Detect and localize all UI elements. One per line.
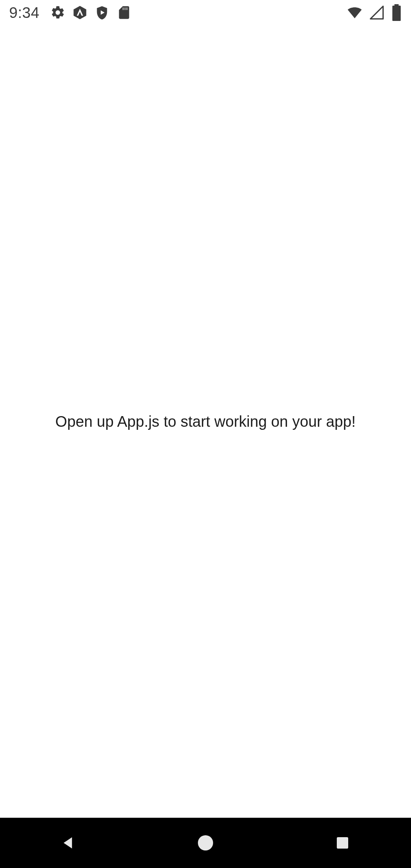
svg-marker-1 — [64, 837, 72, 848]
expo-icon — [72, 5, 88, 20]
battery-icon — [391, 4, 402, 21]
app-content: Open up App.js to start working on your … — [0, 25, 411, 818]
wifi-icon — [347, 5, 362, 20]
status-bar-right — [347, 4, 402, 21]
status-bar-left: 9:34 — [9, 4, 132, 21]
nav-recent-button[interactable] — [304, 818, 381, 868]
nav-home-button[interactable] — [167, 818, 244, 868]
svg-point-2 — [198, 835, 213, 850]
nav-back-button[interactable] — [30, 818, 107, 868]
device-frame: 9:34 — [0, 0, 411, 868]
gear-icon — [50, 5, 65, 20]
sd-card-icon — [116, 5, 132, 20]
play-protect-icon — [94, 5, 110, 20]
navigation-bar — [0, 818, 411, 868]
status-clock: 9:34 — [9, 4, 40, 21]
svg-rect-3 — [337, 837, 348, 849]
starter-message-text: Open up App.js to start working on your … — [46, 413, 365, 430]
cellular-signal-icon — [369, 5, 384, 20]
status-bar: 9:34 — [0, 0, 411, 25]
